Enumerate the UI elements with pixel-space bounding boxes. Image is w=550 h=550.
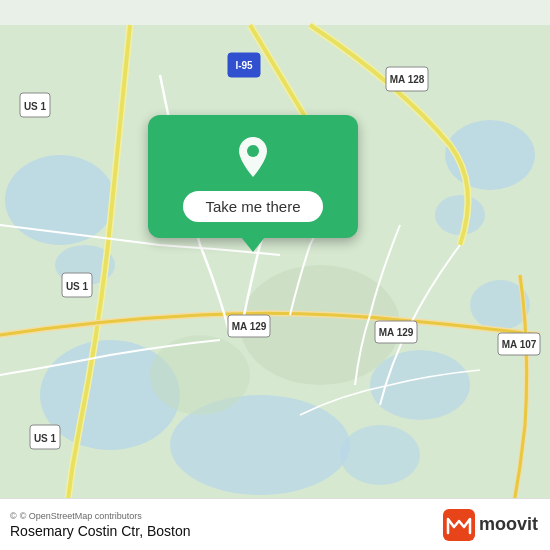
bottom-bar: © © OpenStreetMap contributors Rosemary … (0, 498, 550, 550)
location-pin-icon (229, 133, 277, 181)
map-background: US 1 US 1 US 1 I-95 MA 128 MA 129 MA 129… (0, 0, 550, 550)
map-attribution: © © OpenStreetMap contributors (10, 511, 191, 521)
svg-text:MA 129: MA 129 (379, 327, 414, 338)
moovit-text: moovit (479, 514, 538, 535)
svg-text:MA 129: MA 129 (232, 321, 267, 332)
location-name: Rosemary Costin Ctr, Boston (10, 523, 191, 539)
svg-point-30 (247, 145, 259, 157)
svg-text:US 1: US 1 (66, 281, 89, 292)
svg-point-9 (340, 425, 420, 485)
svg-text:MA 107: MA 107 (502, 339, 537, 350)
moovit-icon (443, 509, 475, 541)
svg-text:US 1: US 1 (34, 433, 57, 444)
map-container: US 1 US 1 US 1 I-95 MA 128 MA 129 MA 129… (0, 0, 550, 550)
navigation-popup: Take me there (148, 115, 358, 238)
copyright-icon: © (10, 511, 17, 521)
svg-text:US 1: US 1 (24, 101, 47, 112)
attribution-text: © OpenStreetMap contributors (20, 511, 142, 521)
svg-text:MA 128: MA 128 (390, 74, 425, 85)
svg-point-4 (435, 195, 485, 235)
svg-text:I-95: I-95 (235, 60, 253, 71)
take-me-there-button[interactable]: Take me there (183, 191, 322, 222)
moovit-logo: moovit (443, 509, 538, 541)
bottom-left-info: © © OpenStreetMap contributors Rosemary … (10, 511, 191, 539)
